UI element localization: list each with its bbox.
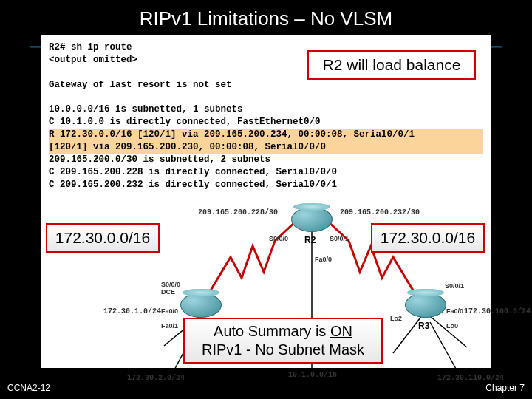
port-label: Lo2: [390, 315, 402, 322]
port-label: Lo0: [446, 322, 458, 330]
port-label: S0/0/1: [330, 235, 349, 242]
callout-on: ON: [330, 323, 352, 339]
ip-label: 172.30.1.0/24: [103, 307, 161, 316]
cli-gateway: Gateway of last resort is not set: [49, 79, 483, 92]
cli-line: C 209.165.200.228 is directly connected,…: [49, 166, 483, 179]
callout-text: Auto Summary is: [214, 323, 330, 339]
router-icon: [405, 293, 446, 318]
ip-label: 209.165.200.228/30: [198, 208, 278, 216]
svg-line-5: [430, 322, 460, 375]
port-label: S0/0/0: [269, 235, 288, 242]
cli-line-highlighted: [120/1] via 209.165.200.230, 00:00:08, S…: [49, 141, 483, 154]
callout-text: RIPv1 - No Subnet Mask: [202, 341, 364, 358]
callout-subnet-right: 172.30.0.0/16: [371, 223, 485, 253]
port-label: Fa0/0: [161, 307, 178, 315]
callout-subnet-left: 172.30.0.0/16: [46, 223, 160, 253]
port-label: S0/0/1: [445, 282, 464, 290]
port-label: Fa0/0: [446, 307, 463, 315]
ip-label: 172.30.110.0/24: [437, 374, 504, 382]
cli-line: 209.165.200.0/30 is subnetted, 2 subnets: [49, 154, 483, 166]
cli-line: C 209.165.200.232 is directly connected,…: [49, 179, 483, 191]
port-label: Fa0/0: [315, 256, 332, 263]
cli-line: C 10.1.0.0 is directly connected, FastEt…: [49, 116, 483, 129]
router-icon: [180, 293, 222, 318]
ip-label: 172.30.100.0/24: [464, 307, 531, 316]
page-title: RIPv1 Limitations – No VLSM: [0, 0, 532, 35]
port-label: Fa0/1: [161, 322, 178, 330]
callout-auto-summary: Auto Summary is ON RIPv1 - No Subnet Mas…: [183, 318, 383, 364]
callout-load-balance: R2 will load balance: [307, 50, 476, 80]
router-label: R3: [418, 321, 429, 331]
router-label: R2: [304, 235, 316, 245]
cli-prompt: R2#: [49, 42, 66, 52]
ip-label: 172.30.2.0/24: [127, 374, 185, 382]
footer-left: CCNA2-12: [7, 383, 50, 393]
ip-label: 10.1.0.0/16: [288, 371, 337, 379]
port-label: S0/0/0 DCE: [161, 281, 180, 296]
router-icon: [291, 207, 332, 232]
cli-command: sh ip route: [66, 42, 132, 52]
ip-label: 209.165.200.232/30: [340, 208, 420, 216]
cli-line-highlighted: R 172.30.0.0/16 [120/1] via 209.165.200.…: [49, 129, 483, 141]
cli-line: 10.0.0.0/16 is subnetted, 1 subnets: [49, 103, 483, 116]
